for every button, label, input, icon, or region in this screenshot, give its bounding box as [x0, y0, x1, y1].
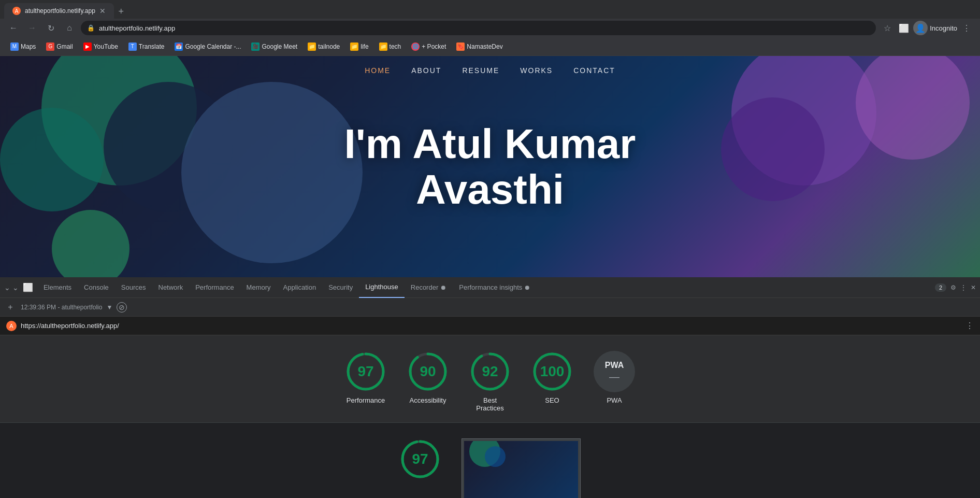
tab-bar: A atultheportfolio.netlify.app ✕ + [0, 0, 980, 19]
devtools-more-icon[interactable]: ⋮ [960, 284, 967, 291]
deco-circle-4 [181, 82, 363, 263]
recorder-icon: ⏺ [440, 284, 446, 291]
bookmark-gmail[interactable]: G Gmail [42, 40, 77, 53]
devtools-badge: 2 [935, 283, 946, 292]
score-circle-performance: 97 [345, 351, 386, 392]
browser-toolbar: ← → ↻ ⌂ 🔒 atultheportfolio.netlify.app ☆… [0, 19, 980, 37]
score-label-pwa: PWA [607, 396, 622, 404]
score-circle-seo: 100 [531, 351, 573, 392]
devtools-expand-icon[interactable]: ⌄ ⌄ [4, 283, 19, 292]
devtools-settings-icon[interactable]: ⚙ [950, 284, 956, 291]
tab-performance-insights[interactable]: Performance insights ⏺ [453, 277, 537, 298]
score-label-seo: SEO [545, 396, 559, 404]
calendar-icon: 📅 [175, 42, 183, 51]
score-seo: 100 SEO [531, 351, 573, 412]
nav-resume[interactable]: RESUME [462, 66, 499, 75]
toolbar-right: ☆ ⬜ 👤 Incognito ⋮ [880, 21, 974, 35]
incognito-avatar[interactable]: 👤 [913, 21, 928, 35]
browser-tab[interactable]: A atultheportfolio.netlify.app ✕ [4, 3, 114, 19]
nav-contact[interactable]: CONTACT [573, 66, 615, 75]
bookmarks-bar: M Maps G Gmail ▶ YouTube T Translate 📅 G… [0, 37, 980, 56]
website-content: HOME ABOUT RESUME WORKS CONTACT I'm Atul… [0, 56, 980, 277]
preview-inner [464, 441, 578, 498]
bookmark-youtube[interactable]: ▶ YouTube [79, 40, 122, 53]
nav-about[interactable]: ABOUT [411, 66, 441, 75]
bookmark-google-meet[interactable]: 🎥 Google Meet [247, 40, 301, 53]
lighthouse-url-bar: A https://atultheportfolio.netlify.app/ … [0, 317, 980, 335]
bookmark-translate[interactable]: T Translate [124, 40, 169, 53]
pocket-icon: 🌐 [411, 42, 420, 51]
tab-recorder[interactable]: Recorder ⏺ [405, 277, 453, 298]
performance-insights-icon: ⏺ [524, 284, 530, 291]
dropdown-icon[interactable]: ▼ [106, 304, 112, 311]
deco-circle-3 [0, 108, 104, 211]
tech-icon: 📁 [379, 42, 387, 51]
maps-icon: M [10, 42, 19, 51]
pwa-circle: PWA — [594, 351, 635, 392]
profile-menu-icon[interactable]: ⬜ [897, 21, 911, 35]
forward-button[interactable]: → [25, 21, 39, 35]
clear-icon[interactable]: ⊘ [117, 302, 127, 312]
score-number-performance: 97 [357, 363, 373, 380]
bookmark-life[interactable]: 📁 life [346, 40, 372, 53]
score-label-performance: Performance [347, 396, 385, 404]
bookmark-star-icon[interactable]: ☆ [880, 21, 895, 35]
bookmark-google-calendar[interactable]: 📅 Google Calendar -... [170, 40, 245, 53]
home-button[interactable]: ⌂ [62, 21, 77, 35]
more-menu-icon[interactable]: ⋮ [959, 21, 974, 35]
lighthouse-more-icon[interactable]: ⋮ [965, 321, 974, 331]
tab-sources[interactable]: Sources [115, 277, 152, 298]
tab-elements[interactable]: Elements [37, 277, 78, 298]
add-tab-button[interactable]: + [4, 301, 17, 314]
score-label-best-practices: BestPractices [476, 396, 503, 412]
life-icon: 📁 [350, 42, 358, 51]
bookmark-tailnode[interactable]: 📁 tailnode [304, 40, 344, 53]
translate-icon: T [128, 42, 137, 51]
tab-lighthouse[interactable]: Lighthouse [359, 277, 405, 298]
address-bar[interactable]: 🔒 atultheportfolio.netlify.app [81, 21, 876, 35]
score-number-seo: 100 [540, 363, 565, 380]
bookmark-tech[interactable]: 📁 tech [375, 40, 406, 53]
tab-security[interactable]: Security [322, 277, 359, 298]
tab-application[interactable]: Application [277, 277, 323, 298]
lower-score-circle: 97 [399, 438, 441, 480]
new-tab-button[interactable]: + [114, 4, 128, 19]
lighthouse-url: https://atultheportfolio.netlify.app/ [21, 322, 119, 330]
devtools-panel: ⌄ ⌄ ⬜ Elements Console Sources Network P… [0, 277, 980, 498]
tab-network[interactable]: Network [152, 277, 190, 298]
browser-window: A atultheportfolio.netlify.app ✕ + ← → ↻… [0, 0, 980, 56]
tailnode-icon: 📁 [308, 42, 316, 51]
score-label-accessibility: Accessibility [410, 396, 446, 404]
devtools-dock-icon[interactable]: ⬜ [23, 282, 33, 292]
youtube-icon: ▶ [83, 42, 92, 51]
pwa-dash: — [609, 371, 619, 383]
devtools-toolbar-right: 2 ⚙ ⋮ ✕ [935, 283, 976, 292]
devtools-subtoolbar: + 12:39:36 PM - atultheportfolio ▼ ⊘ [0, 298, 980, 317]
hero-title: I'm Atul Kumar Avasthi [344, 121, 636, 212]
website-nav: HOME ABOUT RESUME WORKS CONTACT [0, 56, 980, 85]
bookmark-maps[interactable]: M Maps [6, 40, 40, 53]
lower-section: 97 [0, 423, 980, 498]
tab-close-icon[interactable]: ✕ [99, 7, 106, 15]
nav-home[interactable]: HOME [365, 66, 391, 75]
back-button[interactable]: ← [6, 21, 21, 35]
bookmark-pocket[interactable]: 🌐 + Pocket [407, 40, 450, 53]
score-performance: 97 Performance [345, 351, 386, 412]
tab-console[interactable]: Console [78, 277, 115, 298]
score-circle-best-practices: 92 [469, 351, 511, 392]
site-preview [462, 438, 581, 498]
score-pwa: PWA — PWA [594, 351, 635, 412]
reload-button[interactable]: ↻ [44, 21, 58, 35]
devtools-close-icon[interactable]: ✕ [971, 284, 976, 291]
pwa-text: PWA [605, 361, 624, 370]
lighthouse-scores-section: 97 Performance 90 Accessibility [0, 335, 980, 422]
devtools-tabbar: ⌄ ⌄ ⬜ Elements Console Sources Network P… [0, 277, 980, 298]
nav-works[interactable]: WORKS [520, 66, 553, 75]
deco-circle-8 [52, 210, 129, 277]
bookmark-namastedev[interactable]: 🔖 NamasteDev [452, 40, 507, 53]
tab-title: atultheportfolio.netlify.app [25, 7, 95, 15]
tab-memory[interactable]: Memory [240, 277, 277, 298]
score-number-accessibility: 90 [420, 363, 436, 380]
tab-performance[interactable]: Performance [189, 277, 240, 298]
incognito-label: Incognito [930, 24, 957, 32]
